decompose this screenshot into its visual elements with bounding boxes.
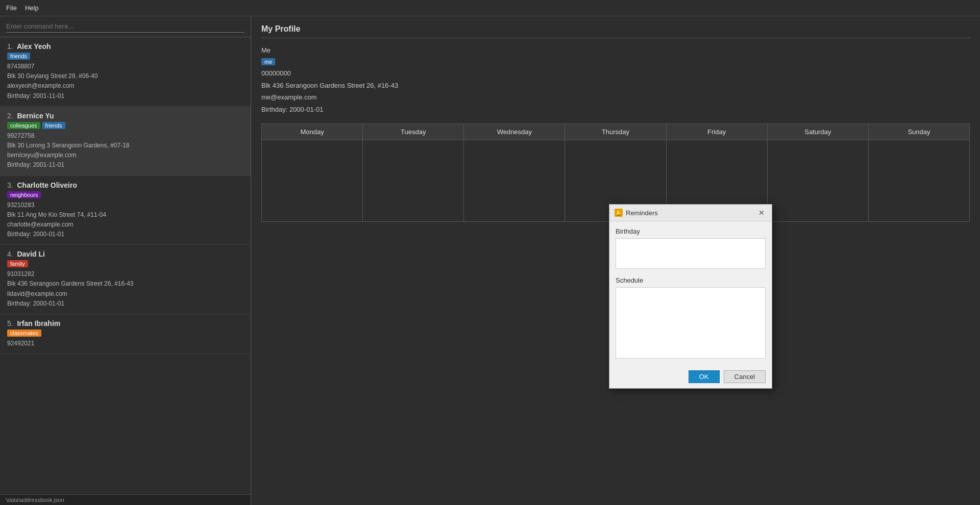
ok-button[interactable]: OK [689,370,720,383]
profile-section: Me me 00000000 Blk 436 Serangoon Gardens… [261,44,970,115]
dialog-title-text: Reminders [626,209,658,217]
calendar-day-header: Monday [262,123,363,140]
contact-birthday: Birthday: 2000-01-01 [7,230,243,239]
contact-email: lidavid@example.com [7,289,243,299]
profile-tags: me [261,58,970,65]
tag-friends: friends [42,122,65,129]
contact-tags: neighbours [7,191,243,198]
contact-birthday: Birthday: 2001-11-01 [7,91,243,101]
search-input[interactable] [6,20,244,33]
calendar-day-header: Tuesday [363,123,464,140]
dialog-close-button[interactable]: ✕ [756,208,767,218]
contact-phone: 92492021 [7,339,243,348]
calendar-day-header: Sunday [868,123,969,140]
contact-item[interactable]: 4. David Li family 91031282Blk 436 Seran… [0,245,251,314]
me-tag: me [261,58,275,65]
schedule-label: Schedule [616,276,766,284]
contact-number: 5. [7,319,13,327]
contact-birthday: Birthday: 2000-01-01 [7,299,243,309]
dialog-buttons: OK Cancel [609,366,772,388]
calendar-cell [363,140,464,221]
reminders-dialog: 🔔 Reminders ✕ Birthday Schedule OK Cance… [609,204,772,389]
contact-address: Blk 30 Geylang Street 29, #06-40 [7,71,243,81]
cancel-button[interactable]: Cancel [724,370,766,383]
profile-title: My Profile [261,24,970,38]
contact-tags: family [7,260,243,267]
contact-number: 3. [7,181,13,189]
tag-friends: friends [7,53,30,60]
contact-item[interactable]: 5. Irfan Ibrahim classmates 92492021 [0,314,251,354]
contact-tags: colleaguesfriends [7,122,243,129]
profile-address: Blk 436 Serangoon Gardens Street 26, #16… [261,80,970,91]
contact-address: Blk 30 Lorong 3 Serangoon Gardens, #07-1… [7,141,243,150]
search-bar [0,16,251,37]
contact-phone: 91031282 [7,269,243,279]
birthday-textarea[interactable] [616,238,766,269]
contact-tags: classmates [7,330,243,337]
calendar-day-header: Wednesday [464,123,565,140]
calendar-day-header: Thursday [565,123,666,140]
contact-item[interactable]: 3. Charlotte Oliveiro neighbours 9321028… [0,176,251,245]
contact-number: 1. [7,42,13,50]
calendar-day-header: Saturday [767,123,868,140]
contact-phone: 93210283 [7,200,243,210]
contacts-list: 1. Alex Yeoh friends 87438807Blk 30 Geyl… [0,37,251,494]
contact-item[interactable]: 1. Alex Yeoh friends 87438807Blk 30 Geyl… [0,37,251,107]
calendar-cell [767,140,868,221]
calendar-cell [464,140,565,221]
contact-email: charlotte@example.com [7,220,243,230]
contact-birthday: Birthday: 2001-11-01 [7,160,243,170]
tag-family: family [7,260,28,267]
menu-bar: File Help [0,0,980,16]
contact-email: alexyeoh@example.com [7,81,243,91]
profile-me-label: Me [261,44,970,56]
contact-name: 3. Charlotte Oliveiro [7,181,243,189]
reminders-icon: 🔔 [615,209,623,217]
schedule-textarea[interactable] [616,287,766,359]
contact-name: 2. Bernice Yu [7,112,243,120]
dialog-body: Birthday Schedule [609,221,772,366]
bell-icon: 🔔 [616,210,622,216]
file-menu[interactable]: File [6,4,17,12]
contact-address: Blk 11 Ang Mo Kio Street 74, #11-04 [7,210,243,220]
calendar-day-header: Friday [666,123,767,140]
dialog-title-area: 🔔 Reminders [615,209,658,217]
contact-number: 4. [7,250,13,258]
contact-phone: 87438807 [7,62,243,71]
contact-number: 2. [7,112,13,120]
profile-phone: 00000000 [261,67,970,79]
tag-colleagues: colleagues [7,122,40,129]
contact-name: 1. Alex Yeoh [7,42,243,50]
profile-birthday: Birthday: 2000-01-01 [261,104,970,115]
birthday-label: Birthday [616,228,766,235]
dialog-titlebar: 🔔 Reminders ✕ [609,205,772,221]
left-panel: 1. Alex Yeoh friends 87438807Blk 30 Geyl… [0,16,251,505]
contact-address: Blk 436 Serangoon Gardens Street 26, #16… [7,279,243,289]
contact-name: 4. David Li [7,250,243,258]
calendar-cell [262,140,363,221]
contact-name: 5. Irfan Ibrahim [7,319,243,327]
contact-item[interactable]: 2. Bernice Yu colleaguesfriends 99272758… [0,107,251,176]
help-menu[interactable]: Help [25,4,39,12]
tag-classmates: classmates [7,330,41,337]
contact-email: berniceyu@example.com [7,150,243,160]
contact-tags: friends [7,53,243,60]
status-bar: \data\addressbook.json [0,494,251,505]
contact-phone: 99272758 [7,131,243,141]
calendar-cell [868,140,969,221]
tag-neighbours: neighbours [7,191,41,198]
profile-email: me@example.com [261,91,970,103]
status-path: \data\addressbook.json [6,497,64,503]
